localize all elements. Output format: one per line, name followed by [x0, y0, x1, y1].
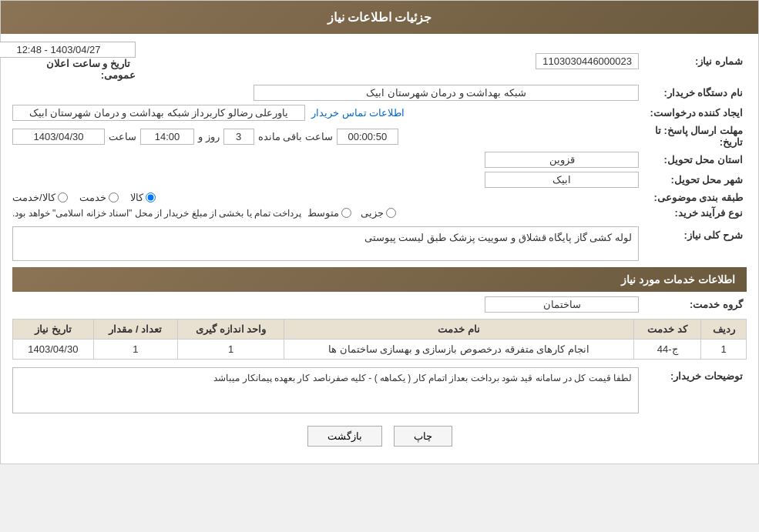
- city-field: ابیک: [485, 172, 639, 188]
- col-header-code: کد خدمت: [633, 320, 700, 340]
- print-button[interactable]: چاپ: [394, 426, 452, 447]
- need-number-label: شماره نیاز:: [639, 55, 747, 67]
- category-option-1: کالا: [130, 192, 143, 203]
- back-button[interactable]: بازگشت: [307, 426, 382, 447]
- cell-name: انجام کارهای متفرقه درخصوص بازسازی و بهس…: [284, 340, 634, 360]
- category-label: طبقه بندی موضوعی:: [639, 192, 747, 203]
- cell-qty: 1: [93, 340, 177, 360]
- category-radio-kala[interactable]: کالا: [130, 192, 156, 203]
- need-desc-field: لوله کشی گاز پایگاه قشلاق و سوییت پزشک ط…: [12, 226, 639, 261]
- buyer-org-field: شبکه بهداشت و درمان شهرستان ابیک: [254, 85, 639, 101]
- days-value-field: 3: [223, 129, 254, 145]
- deadline-time-field: 14:00: [140, 129, 194, 145]
- category-radio-khadamat[interactable]: خدمت: [79, 192, 119, 203]
- purchase-type-partial[interactable]: جزیی: [361, 207, 396, 219]
- days-label: روز و: [198, 131, 220, 142]
- need-desc-label: شرح کلی نیاز:: [639, 226, 747, 241]
- contact-link[interactable]: اطلاعات تماس خریدار: [311, 107, 405, 119]
- deadline-date-field: 1403/04/30: [12, 129, 105, 145]
- service-group-field: ساختمان: [485, 296, 639, 313]
- announce-date-field: 1403/04/27 - 12:48: [0, 42, 136, 58]
- services-section-header: اطلاعات خدمات مورد نیاز: [12, 267, 747, 292]
- time-label: ساعت: [109, 131, 136, 142]
- buyer-org-value: شبکه بهداشت و درمان شهرستان ابیک: [12, 85, 639, 101]
- col-header-unit: واحد اندازه گیری: [178, 320, 284, 340]
- cell-code: ج-44: [633, 340, 700, 360]
- cell-unit: 1: [178, 340, 284, 360]
- services-table: ردیف کد خدمت نام خدمت واحد اندازه گیری ت…: [12, 319, 747, 360]
- col-header-name: نام خدمت: [284, 320, 634, 340]
- page-title: جزئیات اطلاعات نیاز: [1, 1, 758, 34]
- requestor-label: ایجاد کننده درخواست:: [639, 107, 747, 119]
- purchase-type-medium[interactable]: متوسط: [307, 207, 351, 219]
- category-radio-kala-khadamat[interactable]: کالا/خدمت: [12, 192, 68, 203]
- announce-date-label: تاریخ و ساعت اعلان عمومی:: [46, 58, 136, 81]
- category-option-2: خدمت: [79, 192, 106, 203]
- province-label: استان محل تحویل:: [639, 154, 747, 166]
- table-row: 1 ج-44 انجام کارهای متفرقه درخصوص بازساز…: [13, 340, 747, 360]
- col-header-row: ردیف: [701, 320, 747, 340]
- city-label: شهر محل تحویل:: [639, 174, 747, 186]
- purchase-option-partial: جزیی: [361, 207, 384, 219]
- cell-row: 1: [701, 340, 747, 360]
- buyer-org-label: نام دستگاه خریدار:: [639, 87, 747, 99]
- purchase-option-medium: متوسط: [307, 207, 339, 219]
- need-number-value: 1103030446000023: [136, 53, 639, 69]
- requestor-field: یاورعلی رضالو کاربرداز شبکه بهداشت و درم…: [12, 105, 305, 121]
- cell-date: 1403/04/30: [13, 340, 94, 360]
- col-header-qty: تعداد / مقدار: [93, 320, 177, 340]
- buyer-notes-label: توضیحات خریدار:: [639, 367, 747, 382]
- remain-time-field: 00:00:50: [337, 129, 398, 145]
- deadline-label: مهلت ارسال پاسخ: تا تاریخ:: [639, 125, 747, 148]
- purchase-type-label: نوع فرآیند خرید:: [639, 207, 747, 219]
- purchase-note: پرداخت تمام یا بخشی از مبلغ خریدار از مح…: [12, 208, 301, 219]
- buyer-notes-field: لطفا قیمت کل در سامانه قید شود برداخت بع…: [12, 367, 639, 413]
- need-number-field: 1103030446000023: [536, 53, 639, 69]
- action-buttons: چاپ بازگشت: [12, 417, 747, 456]
- col-header-date: تاریخ نیاز: [13, 320, 94, 340]
- category-option-3: کالا/خدمت: [12, 192, 55, 203]
- province-field: قزوین: [485, 152, 639, 168]
- remain-label: ساعت باقی مانده: [258, 131, 333, 142]
- service-group-label: گروه خدمت:: [639, 299, 747, 310]
